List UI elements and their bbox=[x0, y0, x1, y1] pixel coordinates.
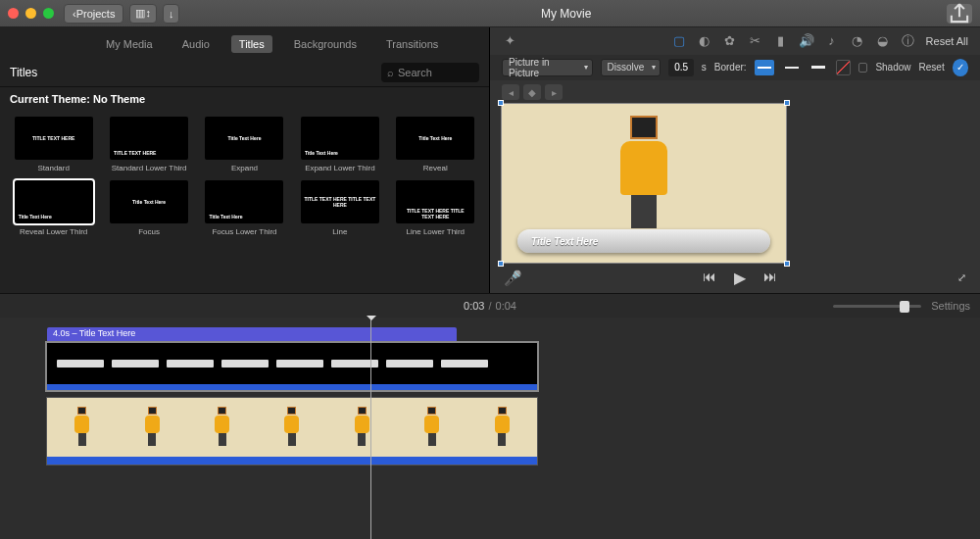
reset-all-button[interactable]: Reset All bbox=[926, 35, 968, 47]
maximize-window-icon[interactable] bbox=[43, 8, 54, 19]
video-frame bbox=[47, 398, 117, 457]
tab-backgrounds[interactable]: Backgrounds bbox=[286, 35, 365, 53]
reset-overlay-button[interactable]: Reset bbox=[919, 62, 945, 73]
duration-input[interactable]: 0.5 bbox=[668, 59, 693, 76]
volume-icon[interactable]: 🔊 bbox=[799, 33, 814, 49]
browser-tabs: My MediaAudioTitlesBackgroundsTransition… bbox=[0, 27, 489, 59]
title-preset-standard-lower-third[interactable]: TITLE TEXT HEREStandard Lower Third bbox=[105, 117, 192, 172]
title-preset-line-lower-third[interactable]: TITLE TEXT HERE TITLE TEXT HERELine Lowe… bbox=[392, 180, 479, 236]
current-time: 0:03 bbox=[464, 300, 484, 312]
title-preset-focus[interactable]: Title Text HereFocus bbox=[105, 180, 192, 236]
overlay-icon[interactable]: ▢ bbox=[671, 33, 687, 49]
tab-audio[interactable]: Audio bbox=[174, 35, 218, 53]
video-frame bbox=[327, 398, 397, 457]
close-window-icon[interactable] bbox=[8, 8, 19, 19]
window-titlebar: ‹ Projects ▥↕ ↓ My Movie bbox=[0, 0, 980, 27]
border-thin-button[interactable] bbox=[782, 60, 802, 75]
timeline-title-clip[interactable]: 4.0s – Title Text Here bbox=[47, 327, 457, 343]
import-button[interactable]: ↓ bbox=[163, 4, 180, 24]
title-name-label: Focus Lower Third bbox=[212, 227, 276, 236]
overlay-mode-select[interactable]: Picture in Picture bbox=[502, 59, 593, 76]
border-thick-button[interactable] bbox=[808, 60, 828, 75]
search-input[interactable]: ⌕ Search bbox=[381, 63, 479, 82]
film-segment bbox=[112, 360, 159, 368]
keyframe-nav: ◂ ◆ ▸ bbox=[490, 80, 980, 104]
resize-handle-tr[interactable] bbox=[784, 100, 790, 106]
timeline-video-clip[interactable] bbox=[47, 398, 537, 465]
magic-wand-icon[interactable]: ✦ bbox=[502, 33, 517, 49]
noise-reduction-icon[interactable]: ♪ bbox=[824, 33, 840, 49]
speed-icon[interactable]: ◔ bbox=[850, 33, 865, 49]
stabilization-icon[interactable]: ▮ bbox=[773, 33, 789, 49]
title-preset-focus-lower-third[interactable]: Title Text HereFocus Lower Third bbox=[201, 180, 288, 236]
next-frame-button[interactable]: ⏭ bbox=[763, 269, 777, 287]
overlay-settings-row: Picture in Picture Dissolve 0.5 s Border… bbox=[490, 55, 980, 80]
border-none-button[interactable] bbox=[755, 60, 774, 75]
share-icon bbox=[947, 1, 972, 26]
video-preview[interactable]: Title Text Here bbox=[502, 104, 786, 263]
film-segment bbox=[57, 360, 104, 368]
resize-handle-br[interactable] bbox=[784, 261, 790, 267]
minimize-window-icon[interactable] bbox=[25, 8, 36, 19]
title-thumb: Title Text Here bbox=[205, 117, 283, 160]
crop-icon[interactable]: ✂ bbox=[748, 33, 763, 49]
title-preset-expand[interactable]: Title Text HereExpand bbox=[201, 117, 288, 172]
back-projects-button[interactable]: ‹ Projects bbox=[64, 4, 123, 24]
color-balance-icon[interactable]: ◐ bbox=[697, 33, 712, 49]
play-button[interactable]: ▶ bbox=[734, 269, 746, 287]
zoom-slider[interactable] bbox=[833, 305, 921, 308]
title-thumb: Title Text Here bbox=[15, 180, 93, 223]
fullscreen-icon[interactable]: ⤢ bbox=[957, 271, 966, 284]
preview-pane: ✦ ▢ ◐ ✿ ✂ ▮ 🔊 ♪ ◔ ◒ ⓘ Reset All Picture … bbox=[490, 27, 980, 293]
theme-label: Current Theme: No Theme bbox=[0, 87, 489, 111]
title-name-label: Expand Lower Third bbox=[305, 164, 374, 172]
clip-filter-icon[interactable]: ◒ bbox=[875, 33, 891, 49]
color-correction-icon[interactable]: ✿ bbox=[722, 33, 738, 49]
preview-subject bbox=[616, 116, 671, 233]
prev-frame-button[interactable]: ⏮ bbox=[703, 269, 716, 287]
add-keyframe-button[interactable]: ◆ bbox=[523, 84, 541, 100]
timeline[interactable]: 4.0s – Title Text Here bbox=[0, 318, 980, 539]
next-keyframe-button[interactable]: ▸ bbox=[545, 84, 563, 100]
zoom-thumb[interactable] bbox=[900, 301, 909, 313]
resize-handle-bl[interactable] bbox=[498, 261, 504, 267]
title-preset-expand-lower-third[interactable]: Title Text HereExpand Lower Third bbox=[296, 117, 383, 172]
title-thumb: TITLE TEXT HERE bbox=[15, 117, 93, 160]
title-preset-line[interactable]: TITLE TEXT HERE TITLE TEXT HERELine bbox=[296, 180, 383, 236]
title-overlay[interactable]: Title Text Here bbox=[517, 229, 770, 253]
library-list-button[interactable]: ▥↕ bbox=[129, 4, 157, 24]
info-icon[interactable]: ⓘ bbox=[901, 33, 916, 49]
window-controls bbox=[8, 8, 54, 19]
video-frame bbox=[117, 398, 186, 457]
transition-select[interactable]: Dissolve bbox=[601, 59, 662, 76]
tab-transitions[interactable]: Transitions bbox=[378, 35, 446, 53]
film-segment bbox=[167, 360, 214, 368]
title-name-label: Standard Lower Third bbox=[112, 164, 187, 172]
resize-handle-tl[interactable] bbox=[498, 100, 504, 106]
border-color-button[interactable] bbox=[836, 60, 851, 75]
browser-section-title: Titles bbox=[10, 66, 37, 79]
prev-keyframe-button[interactable]: ◂ bbox=[502, 84, 519, 100]
title-name-label: Standard bbox=[37, 164, 69, 172]
apply-button[interactable]: ✓ bbox=[953, 59, 968, 76]
film-segment bbox=[276, 360, 323, 368]
timeline-title-track[interactable] bbox=[47, 343, 537, 390]
voiceover-icon[interactable]: 🎤 bbox=[504, 270, 522, 287]
title-name-label: Reveal bbox=[423, 164, 448, 172]
title-thumb: Title Text Here bbox=[205, 180, 283, 223]
title-preset-reveal-lower-third[interactable]: Title Text HereReveal Lower Third bbox=[10, 180, 97, 236]
title-name-label: Focus bbox=[138, 227, 160, 236]
share-button[interactable] bbox=[947, 4, 972, 24]
search-placeholder: Search bbox=[398, 67, 432, 78]
title-preset-standard[interactable]: TITLE TEXT HEREStandard bbox=[10, 117, 97, 172]
title-preset-reveal[interactable]: Title Text HereReveal bbox=[392, 117, 479, 172]
film-segment bbox=[441, 360, 488, 368]
border-label: Border: bbox=[714, 62, 747, 73]
title-name-label: Line bbox=[332, 227, 347, 236]
settings-button[interactable]: Settings bbox=[931, 300, 970, 312]
film-segment bbox=[221, 360, 269, 368]
title-thumb: TITLE TEXT HERE bbox=[110, 117, 188, 160]
tab-titles[interactable]: Titles bbox=[231, 35, 272, 53]
tab-my-media[interactable]: My Media bbox=[98, 35, 161, 53]
shadow-checkbox[interactable] bbox=[858, 63, 867, 73]
